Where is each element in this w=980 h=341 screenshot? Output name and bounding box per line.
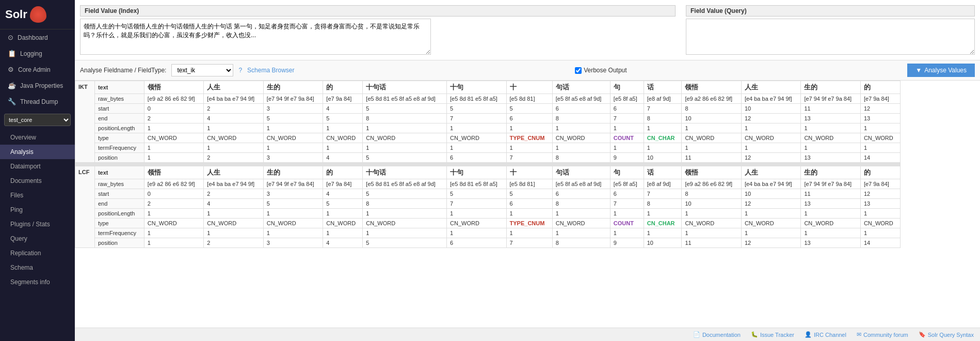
table-cell: 2: [144, 199, 204, 209]
row-label: position: [94, 153, 144, 163]
solr-query-syntax-link[interactable]: 🔖 Solr Query Syntax: [919, 331, 974, 338]
table-cell: 2: [204, 189, 264, 199]
table-cell: CN_WORD: [204, 219, 264, 228]
analysis-table: IKTtext领悟人生生的的十句话十句十句话句话领悟人生生的的raw_bytes…: [75, 81, 901, 248]
sidebar-item-query[interactable]: Query: [0, 231, 75, 246]
table-cell: 1: [506, 209, 552, 219]
sidebar-item-dataimport[interactable]: Dataimport: [0, 159, 75, 174]
verbose-output-checkbox[interactable]: [575, 67, 582, 74]
table-cell: 8: [682, 104, 742, 114]
table-cell: [e4 ba ba e7 94 9f]: [741, 94, 801, 104]
sidebar-item-replication-label: Replication: [10, 250, 41, 257]
sidebar-item-java-properties[interactable]: ☕ Java Properties: [0, 78, 75, 94]
sidebar-item-plugins-stats[interactable]: Plugins / Stats: [0, 217, 75, 231]
table-cell: 3: [263, 189, 323, 199]
table-cell: 7: [644, 104, 682, 114]
table-cell: 1: [644, 123, 682, 133]
sidebar-item-segments-info-label: Segments info: [10, 278, 50, 286]
table-cell: 5: [263, 199, 323, 209]
sidebar-item-ping[interactable]: Ping: [0, 203, 75, 217]
solr-query-syntax-label: Solr Query Syntax: [928, 332, 974, 338]
sidebar-item-analysis[interactable]: Analysis: [0, 145, 75, 159]
fieldname-label: Analyse Fieldname / FieldType:: [80, 67, 166, 74]
table-cell: 1: [144, 209, 204, 219]
analysis-table-container[interactable]: IKTtext领悟人生生的的十句话十句十句话句话领悟人生生的的raw_bytes…: [75, 81, 980, 328]
field-value-index-input[interactable]: 领悟人生的十句话领悟人生的十句话领悟人生的十句话 第一句，知足者身贫而心富，贪得…: [80, 19, 431, 55]
table-row: end245587687810121313: [75, 199, 901, 209]
sidebar-item-logging[interactable]: 📋 Logging: [0, 45, 75, 61]
table-cell: 5: [263, 114, 323, 123]
table-cell: 5: [506, 189, 552, 199]
table-cell: 2: [144, 114, 204, 123]
sidebar-item-files[interactable]: Files: [0, 188, 75, 203]
table-cell: 5: [506, 104, 552, 114]
table-cell: 生的: [801, 166, 861, 179]
table-cell: 1: [552, 209, 610, 219]
community-forum-link[interactable]: ✉ Community forum: [857, 331, 908, 338]
table-cell: 1: [552, 143, 610, 153]
table-cell: [e4 ba ba e7 94 9f]: [204, 179, 264, 189]
table-cell: 14: [860, 238, 900, 248]
sidebar-item-documents-label: Documents: [10, 177, 42, 184]
sidebar-item-replication[interactable]: Replication: [0, 246, 75, 260]
analyse-values-button[interactable]: ▼ Analyse Values: [907, 64, 975, 77]
irc-channel-link[interactable]: 👤 IRC Channel: [805, 331, 846, 338]
table-cell: 6: [610, 189, 644, 199]
field-value-index-label: Field Value (Index): [80, 5, 676, 17]
table-cell: [e7 9a 84]: [860, 94, 900, 104]
table-cell: 0: [144, 189, 204, 199]
core-selector: test_core: [0, 110, 75, 130]
table-cell: 1: [610, 123, 644, 133]
table-cell: 1: [860, 123, 900, 133]
table-cell: 1: [323, 123, 363, 133]
table-cell: 8: [644, 199, 682, 209]
sidebar-item-schema[interactable]: Schema: [0, 260, 75, 275]
fieldname-select[interactable]: text_ik: [171, 64, 233, 76]
table-cell: CN_WORD: [682, 219, 742, 228]
row-label: termFrequency: [94, 228, 144, 238]
field-value-query-input[interactable]: [686, 19, 975, 55]
table-cell: 13: [801, 238, 861, 248]
core-select[interactable]: test_core: [4, 114, 71, 126]
table-cell: 人生: [741, 166, 801, 179]
table-cell: 13: [801, 153, 861, 163]
sidebar-item-segments-info[interactable]: Segments info: [0, 275, 75, 289]
documentation-link[interactable]: 📄 Documentation: [693, 331, 741, 338]
table-cell: [e5 8d 81 e5 8f a5]: [447, 94, 507, 104]
table-cell: 6: [447, 238, 507, 248]
sidebar-item-documents[interactable]: Documents: [0, 174, 75, 188]
schema-browser-link[interactable]: Schema Browser: [247, 67, 294, 74]
table-cell: [e5 8d 81 e5 8f a5 e8 af 9d]: [363, 94, 447, 104]
sidebar-item-thread-dump[interactable]: 🔧 Thread Dump: [0, 94, 75, 110]
table-cell: 10: [644, 238, 682, 248]
table-cell: 5: [323, 199, 363, 209]
table-cell: 13: [860, 199, 900, 209]
sidebar-item-overview[interactable]: Overview: [0, 130, 75, 145]
table-cell: 的: [323, 166, 363, 179]
table-cell: 7: [644, 189, 682, 199]
table-cell: 4: [204, 114, 264, 123]
table-cell: 1: [363, 228, 447, 238]
table-cell: TYPE_CNUM: [506, 133, 552, 143]
table-cell: 7: [447, 199, 507, 209]
table-section-separator: [75, 163, 901, 166]
table-row: raw_bytes[e9 a2 86 e6 82 9f][e4 ba ba e7…: [75, 179, 901, 189]
table-cell: 领悟: [144, 166, 204, 179]
issue-tracker-icon: 🐛: [751, 331, 758, 338]
sidebar-item-core-admin[interactable]: ⚙ Core Admin: [0, 61, 75, 78]
sidebar-item-dashboard[interactable]: ⊙ Dashboard: [0, 29, 75, 45]
row-label: end: [94, 114, 144, 123]
table-cell: 2: [204, 104, 264, 114]
table-cell: 4: [323, 238, 363, 248]
issue-tracker-link[interactable]: 🐛 Issue Tracker: [751, 331, 794, 338]
table-cell: 1: [801, 143, 861, 153]
table-cell: 1: [860, 228, 900, 238]
row-label: termFrequency: [94, 143, 144, 153]
table-cell: [e4 ba ba e7 94 9f]: [741, 179, 801, 189]
table-cell: 4: [323, 104, 363, 114]
table-cell: CN_WORD: [144, 219, 204, 228]
issue-tracker-label: Issue Tracker: [760, 332, 794, 338]
field-value-index-box: Field Value (Index) 领悟人生的十句话领悟人生的十句话领悟人生…: [80, 5, 676, 55]
table-cell: CN_WORD: [447, 133, 507, 143]
table-cell: 1: [801, 123, 861, 133]
